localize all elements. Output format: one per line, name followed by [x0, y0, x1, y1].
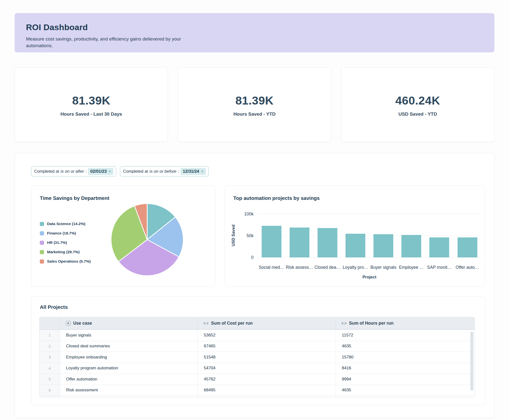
bar-x-tick-label: Loyalty pro…	[342, 265, 370, 270]
kpi-card-usd-saved-ytd: 460.24K USD Saved - YTD	[341, 67, 494, 142]
filter-value: 12/31/24	[183, 169, 199, 174]
number-field-type-icon: 0.0	[342, 321, 347, 325]
filter-field: Completed at	[123, 169, 148, 174]
filter-value-pill: 12/31/24 ×	[181, 168, 206, 175]
kpi-card-hours-saved-ytd: 81.39K Hours Saved - YTD	[178, 67, 331, 142]
bar-x-tick-label: Risk assess…	[285, 265, 313, 270]
bar-employee	[401, 235, 421, 257]
legend-label: Sales Operations (5.7%)	[47, 259, 91, 264]
cell-use-case	[60, 396, 198, 397]
kpi-label: USD Saved - YTD	[398, 111, 437, 117]
kpi-value: 81.39K	[72, 94, 111, 107]
bar-slot	[397, 214, 425, 257]
column-label: Sum of Cost per run	[211, 321, 253, 326]
bar-chart-card: Top automation projects by savings USD S…	[225, 186, 485, 287]
table-row[interactable]: 2Closed deal summaries674654635	[40, 341, 475, 352]
legend-label: HR (31.7%)	[47, 240, 67, 245]
legend-label: Finance (18.7%)	[47, 231, 76, 235]
legend-swatch-icon	[40, 231, 44, 235]
table-row[interactable]: 3Employee onboarding5154815780	[40, 352, 475, 363]
legend-item: Finance (18.7%)	[40, 231, 91, 235]
table-scrollbar-thumb[interactable]	[470, 332, 473, 391]
cell-cost-per-run: 45762	[198, 374, 336, 385]
table-row-partial	[40, 396, 475, 397]
bar-slot	[342, 214, 370, 257]
bar-sap-monit	[429, 237, 449, 257]
filter-chip-completed-after[interactable]: Completed at is on or after : 02/01/23 ×	[31, 166, 116, 176]
column-header-cost[interactable]: 0.0 Sum of Cost per run	[198, 317, 336, 329]
table-body: 1Buyer signals53652115722Closed deal sum…	[40, 330, 475, 397]
kpi-row: 81.39K Hours Saved - Last 30 Days 81.39K…	[15, 67, 494, 142]
kpi-label: Hours Saved - Last 30 Days	[60, 111, 122, 117]
table-row[interactable]: 4Loyalty program automation547048416	[40, 363, 475, 374]
y-axis-title: USD Saved	[231, 225, 236, 246]
bar-x-tick-label: Buyer signals	[370, 265, 397, 270]
cell-hours-per-run: 8416	[336, 363, 475, 374]
bar-loyalty-pro	[346, 234, 365, 257]
filter-bar: Completed at is on or after : 02/01/23 ×…	[31, 166, 485, 176]
cell-cost-per-run: 53652	[198, 330, 336, 341]
pie-chart	[110, 203, 184, 277]
cell-use-case: Risk assessment	[60, 385, 198, 396]
cell-hours-per-run	[336, 396, 475, 397]
bar-x-tick-label: SAP monit…	[425, 265, 453, 270]
projects-table: A Use case 0.0 Sum of Cost per run 0.0 S…	[39, 317, 475, 397]
filter-colon: :	[178, 169, 179, 174]
cell-cost-per-run: 51548	[198, 352, 336, 363]
legend-swatch-icon	[40, 259, 44, 264]
row-number	[40, 396, 60, 397]
bar-plot-area: 100k 50k 0	[257, 214, 481, 257]
row-number-header	[40, 317, 60, 329]
bar-x-tick-label: Social med…	[257, 265, 285, 270]
bar-slot	[453, 214, 481, 257]
pie-chart-card: Time Savings by Department Data Science …	[31, 186, 215, 287]
legend-swatch-icon	[40, 222, 44, 226]
text-field-type-icon: A	[66, 321, 71, 326]
remove-filter-icon[interactable]: ×	[201, 169, 204, 174]
legend-swatch-icon	[40, 250, 44, 254]
bar-slot	[370, 214, 397, 257]
remove-filter-icon[interactable]: ×	[109, 169, 111, 174]
table-row[interactable]: 1Buyer signals5365211572	[40, 330, 475, 341]
filter-colon: :	[86, 169, 87, 174]
page-subtitle: Measure cost savings, productivity, and …	[26, 36, 184, 49]
page-title: ROI Dashboard	[26, 22, 483, 32]
legend-swatch-icon	[40, 241, 44, 245]
bar-slot	[257, 214, 285, 257]
cell-cost-per-run: 67465	[198, 341, 336, 352]
pie-legend: Data Science (14.2%)Finance (18.7%)HR (3…	[40, 222, 91, 269]
table-title: All Projects	[40, 304, 475, 310]
number-field-type-icon: 0.0	[204, 321, 208, 325]
row-number: 4	[40, 363, 60, 374]
kpi-value: 81.39K	[235, 94, 274, 107]
legend-label: Data Science (14.2%)	[47, 222, 85, 226]
table-row[interactable]: 6Risk assessment684954635	[40, 385, 475, 396]
bar-buyer-signals	[373, 234, 393, 257]
column-label: Sum of Hours per run	[349, 321, 393, 326]
bar-slot	[313, 214, 341, 257]
cell-use-case: Employee onboarding	[60, 352, 198, 363]
x-axis-title: Project	[257, 275, 481, 279]
roi-dashboard-banner: ROI Dashboard Measure cost savings, prod…	[15, 13, 494, 52]
cell-hours-per-run: 4635	[336, 341, 475, 352]
table-row[interactable]: 5Offer automation457629994	[40, 374, 475, 385]
pie-chart-title: Time Savings by Department	[40, 195, 109, 201]
kpi-label: Hours Saved - YTD	[233, 111, 276, 117]
row-number: 2	[40, 341, 60, 352]
filter-chip-completed-before[interactable]: Completed at is on or before : 12/31/24 …	[120, 166, 209, 176]
main-panel: Completed at is on or after : 02/01/23 ×…	[15, 153, 494, 418]
bar-social-med	[262, 226, 281, 257]
column-header-hours[interactable]: 0.0 Sum of Hours per run	[336, 317, 475, 329]
cell-hours-per-run: 11572	[336, 330, 475, 341]
bar-slot	[285, 214, 313, 257]
filter-value: 02/01/23	[90, 169, 107, 174]
cell-hours-per-run: 15780	[336, 352, 475, 363]
cell-use-case: Closed deal summaries	[60, 341, 198, 352]
kpi-value: 460.24K	[395, 94, 440, 107]
bar-series	[257, 214, 481, 257]
cell-cost-per-run: 54704	[198, 363, 336, 374]
column-header-use-case[interactable]: A Use case	[60, 317, 198, 329]
legend-item: HR (31.7%)	[40, 240, 91, 245]
bar-offer-auto	[458, 237, 477, 257]
bar-x-tick-label: Closed dea…	[313, 265, 341, 270]
